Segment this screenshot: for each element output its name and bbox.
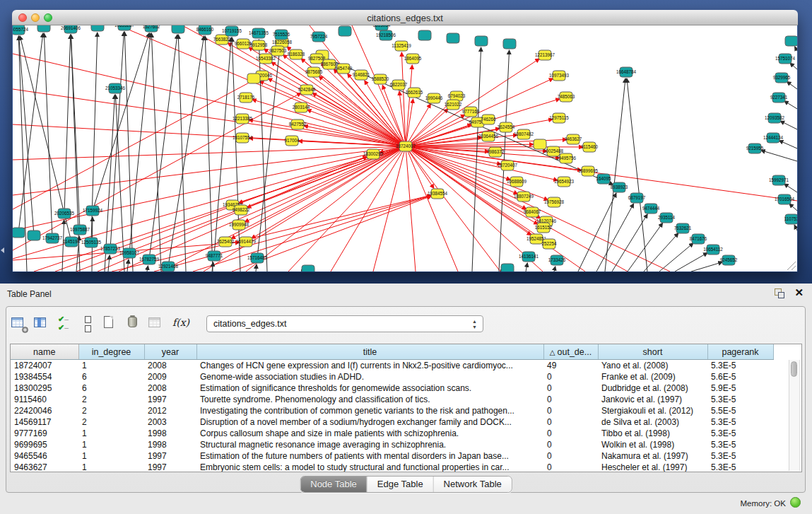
- graph-node[interactable]: [785, 36, 797, 46]
- graph-node[interactable]: 9245652: [720, 255, 738, 265]
- graph-node[interactable]: [13, 228, 25, 238]
- graph-node[interactable]: 1527602: [143, 25, 160, 32]
- graph-node[interactable]: 12505135: [81, 238, 102, 247]
- graph-node[interactable]: 10655287: [114, 25, 135, 30]
- graph-node[interactable]: 20691406: [61, 25, 81, 33]
- graph-node[interactable]: 19654923: [554, 177, 575, 187]
- graph-node[interactable]: 110753: [784, 214, 797, 224]
- graph-node[interactable]: 2935114: [658, 213, 676, 223]
- delete-table-icon[interactable]: [124, 315, 143, 333]
- import-table-icon-disabled[interactable]: [147, 315, 165, 333]
- graph-node[interactable]: [501, 264, 514, 271]
- resize-grip-icon[interactable]: [787, 262, 796, 270]
- graph-node[interactable]: 10975887: [70, 225, 90, 235]
- table-row[interactable]: 977716911998Corpus callosum shape and si…: [11, 428, 773, 439]
- graph-node[interactable]: 1990446: [425, 93, 443, 103]
- graph-node[interactable]: 10958107: [119, 248, 140, 258]
- graph-node[interactable]: 12213967: [535, 50, 555, 60]
- table-row[interactable]: 911546021997Tourette syndrome. Phenomeno…: [11, 394, 773, 405]
- tab-node-table[interactable]: Node Table: [300, 477, 367, 492]
- table-selector-dropdown[interactable]: citations_edges.txt ▲▼: [206, 315, 483, 332]
- graph-node[interactable]: 18720407: [498, 160, 518, 170]
- graph-node[interactable]: 19384554: [428, 189, 448, 199]
- graph-node[interactable]: [302, 265, 314, 271]
- graph-node[interactable]: [447, 33, 459, 43]
- table-row[interactable]: 969969511998Structural magnetic resonanc…: [11, 439, 773, 450]
- graph-node[interactable]: 1588520: [372, 74, 389, 84]
- graph-node[interactable]: 9146821: [353, 70, 370, 80]
- tab-edge-table[interactable]: Edge Table: [367, 477, 434, 492]
- graph-node[interactable]: [172, 25, 184, 33]
- column-header-year[interactable]: year: [144, 344, 196, 360]
- select-rows-icon[interactable]: ✔─✔─: [57, 315, 75, 333]
- graph-node[interactable]: [475, 36, 488, 46]
- graph-node[interactable]: 9474444: [642, 204, 660, 214]
- graph-node[interactable]: 20364456: [478, 132, 499, 141]
- graph-node[interactable]: 17857233: [100, 244, 121, 254]
- graph-node[interactable]: 15716485: [247, 253, 268, 263]
- graph-node[interactable]: 11325419: [392, 41, 411, 51]
- graph-node[interactable]: [418, 30, 431, 40]
- graph-node[interactable]: 7485063: [558, 92, 575, 102]
- graph-node[interactable]: [91, 25, 104, 31]
- graph-node[interactable]: 7625402: [217, 237, 235, 247]
- graph-node[interactable]: 6822037: [390, 80, 408, 90]
- graph-node[interactable]: 917004: [284, 136, 300, 146]
- graph-node[interactable]: 15751074: [775, 54, 796, 64]
- network-graph-canvas[interactable]: 1872400776638229660126591295818226058982…: [13, 25, 797, 271]
- graph-node[interactable]: 10654112: [703, 245, 723, 255]
- graph-node[interactable]: 12213385: [233, 114, 253, 124]
- resize-grip-icon[interactable]: [792, 266, 796, 270]
- table-row[interactable]: 946362711997Embryonic stem cells: a mode…: [11, 462, 773, 472]
- graph-node[interactable]: 19756928: [544, 197, 565, 207]
- table-row[interactable]: 1830029562008Estimation of significance …: [11, 382, 773, 394]
- graph-node[interactable]: [339, 26, 351, 36]
- graph-node[interactable]: 19495756: [556, 153, 577, 163]
- column-header-in_degree[interactable]: in_degree: [78, 344, 144, 360]
- column-header-title[interactable]: title: [196, 344, 543, 360]
- graph-node[interactable]: 17942737: [42, 233, 63, 243]
- table-row[interactable]: 946554611997Estimation of the future num…: [11, 450, 773, 462]
- graph-node[interactable]: 9215955: [746, 144, 764, 153]
- graph-node[interactable]: 8186328: [288, 49, 305, 59]
- graph-node[interactable]: 8427552: [289, 119, 307, 129]
- column-header-out_de[interactable]: △out_de...: [543, 344, 598, 360]
- graph-node[interactable]: 9242848: [298, 85, 316, 95]
- graph-node[interactable]: 24055724: [13, 25, 28, 35]
- graph-node[interactable]: 18807249: [514, 192, 534, 201]
- table-row[interactable]: 1872400712008Changes of HCN gene express…: [11, 360, 773, 372]
- graph-node[interactable]: 16543382: [256, 54, 276, 64]
- table-vertical-scrollbar[interactable]: [789, 360, 800, 471]
- graph-node[interactable]: 12975115: [549, 113, 569, 123]
- show-columns-icon[interactable]: [33, 315, 51, 333]
- graph-node[interactable]: 17159924: [83, 206, 103, 216]
- graph-node[interactable]: 8813054: [373, 25, 391, 30]
- column-visibility-icon[interactable]: [79, 315, 98, 333]
- graph-node[interactable]: 8471676: [690, 234, 707, 244]
- graph-node[interactable]: 7515526: [273, 30, 290, 40]
- network-window-titlebar[interactable]: citations_edges.txt: [12, 10, 798, 25]
- graph-node[interactable]: 1615152: [535, 223, 553, 233]
- graph-node[interactable]: 746266: [481, 115, 496, 124]
- graph-node[interactable]: 252254: [541, 239, 557, 249]
- table-row[interactable]: 1938455462009Genome-wide association stu…: [11, 371, 773, 382]
- function-builder-icon[interactable]: f(x): [172, 315, 191, 333]
- graph-node[interactable]: 1864095: [404, 54, 422, 64]
- graph-node[interactable]: 8466160: [196, 25, 214, 35]
- table-row[interactable]: 2242004622012Investigating the contribut…: [11, 405, 773, 416]
- graph-node[interactable]: 9115460: [581, 142, 599, 152]
- graph-node[interactable]: 6879197: [628, 193, 646, 203]
- graph-node[interactable]: 5912958: [250, 40, 268, 50]
- graph-node[interactable]: [28, 230, 40, 240]
- graph-node[interactable]: 10899695: [578, 166, 599, 176]
- splitter-collapse-arrow-icon[interactable]: [1, 247, 4, 253]
- graph-node[interactable]: 20206535: [54, 209, 75, 218]
- graph-node[interactable]: 14136141: [519, 252, 539, 262]
- graph-node[interactable]: 14671355: [249, 28, 269, 38]
- graph-node[interactable]: 8454749: [335, 64, 353, 74]
- graph-node[interactable]: 1733426: [548, 255, 566, 265]
- scrollbar-thumb[interactable]: [791, 361, 797, 377]
- graph-node[interactable]: 9487771: [206, 251, 223, 261]
- graph-node[interactable]: 8938923: [611, 182, 628, 192]
- new-table-icon[interactable]: [100, 315, 119, 333]
